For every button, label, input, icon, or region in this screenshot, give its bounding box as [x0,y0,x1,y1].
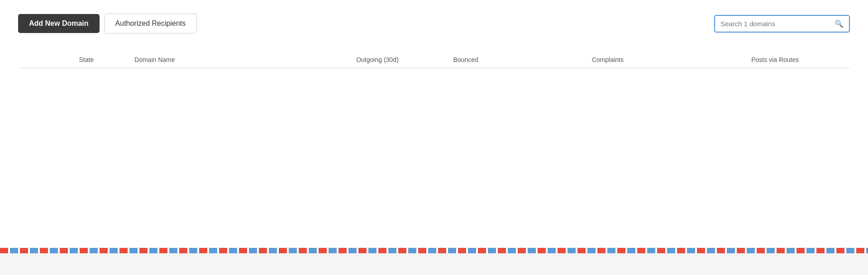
page-container: Add New Domain Authorized Recipients 🔍 S… [0,0,868,253]
col-header-domain: Domain Name [129,52,351,68]
search-icon: 🔍 [835,19,844,28]
table-container: State Domain Name Outgoing (30d) Bounced… [0,43,868,77]
top-bar: Add New Domain Authorized Recipients 🔍 [0,0,868,43]
col-header-complaints: Complaints [587,52,746,68]
col-header-outgoing: Outgoing (30d) [351,52,448,68]
footer-stripe [0,248,868,253]
authorized-recipients-button[interactable]: Authorized Recipients [104,14,197,33]
search-input[interactable] [720,20,832,28]
col-header-state: State [74,52,129,68]
domains-table: State Domain Name Outgoing (30d) Bounced… [18,52,850,68]
search-box: 🔍 [714,15,850,33]
col-header-routes: Posts via Routes [746,52,850,68]
table-header-row: State Domain Name Outgoing (30d) Bounced… [18,52,850,68]
add-new-domain-button[interactable]: Add New Domain [18,14,100,33]
col-header-gear [18,52,74,68]
action-buttons: Add New Domain Authorized Recipients [18,14,197,33]
col-header-bounced: Bounced [448,52,587,68]
